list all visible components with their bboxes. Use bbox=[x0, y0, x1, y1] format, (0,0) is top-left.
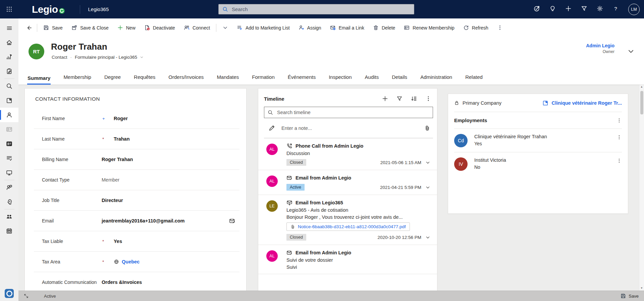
sidebar-item[interactable] bbox=[0, 64, 18, 79]
vertical-scrollbar[interactable]: ▲ ▼ bbox=[639, 85, 644, 291]
note-input[interactable] bbox=[281, 125, 424, 131]
topbar-action-button[interactable] bbox=[549, 5, 556, 13]
field-value[interactable]: Yes bbox=[114, 239, 122, 244]
field-value[interactable]: Roger bbox=[114, 116, 128, 121]
command-button[interactable] bbox=[493, 22, 507, 34]
tab-item[interactable]: Degree bbox=[104, 74, 121, 85]
timeline-toolbar-button[interactable] bbox=[425, 96, 431, 102]
scrollbar-thumb[interactable] bbox=[640, 91, 643, 114]
tab-item[interactable]: Audits bbox=[365, 74, 379, 85]
tab-item[interactable]: Événements bbox=[287, 74, 316, 85]
sidebar-item[interactable]: ? bbox=[0, 180, 18, 195]
field-value[interactable]: Directeur bbox=[102, 198, 123, 203]
form-field-row[interactable]: Tax Liable * Yes bbox=[34, 231, 239, 252]
expand-form-button[interactable] bbox=[24, 294, 29, 298]
sidebar-item[interactable] bbox=[0, 50, 18, 64]
primary-company-link[interactable]: Clinique vétérinaire Roger Tr... bbox=[551, 100, 622, 106]
timeline-search-input[interactable] bbox=[276, 109, 429, 115]
form-field-row[interactable]: Job Title Directeur bbox=[34, 190, 239, 211]
tab-item[interactable]: Inspection bbox=[328, 74, 352, 85]
command-button[interactable]: New bbox=[113, 22, 140, 34]
topbar-action-button[interactable] bbox=[534, 5, 540, 13]
scroll-down-arrow[interactable]: ▼ bbox=[640, 287, 643, 290]
topbar-action-button[interactable] bbox=[581, 5, 587, 13]
tab-item[interactable]: Summary bbox=[27, 75, 51, 85]
timeline-entry[interactable]: LE Email from Legio365 Legio365 - Avis d… bbox=[258, 195, 437, 245]
scroll-up-arrow[interactable]: ▲ bbox=[640, 86, 643, 88]
timeline-toolbar-button[interactable] bbox=[411, 96, 417, 102]
employment-item[interactable]: Cd Clinique vétérinaire Roger Trahan Yes bbox=[454, 129, 622, 152]
sidebar-item[interactable] bbox=[0, 122, 18, 137]
timeline-search[interactable] bbox=[264, 107, 433, 118]
form-field-row[interactable]: Contact Type Member bbox=[34, 170, 239, 190]
form-field-row[interactable]: Last Name * Trahan bbox=[34, 129, 239, 149]
sidebar-item[interactable] bbox=[0, 93, 18, 108]
owner-name[interactable]: Admin Legio bbox=[586, 43, 614, 48]
command-button[interactable]: Save bbox=[39, 22, 67, 34]
field-value[interactable]: jeantremblay2016a+110@gmail.com bbox=[102, 218, 185, 223]
timeline-entry[interactable]: AL Email from Admin Legio Active bbox=[258, 170, 437, 195]
topbar-action-button[interactable]: ? bbox=[612, 5, 619, 13]
sidebar-item[interactable] bbox=[0, 108, 18, 122]
command-button[interactable]: Delete bbox=[369, 22, 399, 34]
topbar-action-button[interactable] bbox=[565, 5, 572, 13]
command-button[interactable]: Add to Marketing List bbox=[232, 22, 294, 34]
app-launcher-waffle-icon[interactable] bbox=[0, 0, 18, 18]
timeline-toolbar-button[interactable] bbox=[396, 96, 402, 102]
tab-item[interactable]: Details bbox=[391, 74, 408, 85]
command-button[interactable]: Assign bbox=[294, 22, 326, 34]
timeline-toolbar-button[interactable] bbox=[382, 96, 388, 102]
envelope-send-icon[interactable] bbox=[229, 218, 235, 224]
command-button[interactable]: Refresh bbox=[459, 22, 493, 34]
attach-file-button[interactable] bbox=[424, 125, 430, 131]
sidebar-item[interactable] bbox=[0, 79, 18, 93]
global-search[interactable] bbox=[218, 4, 414, 14]
sidebar-item[interactable] bbox=[0, 137, 18, 151]
app-tile[interactable] bbox=[5, 289, 14, 298]
command-button[interactable]: Renew Membership bbox=[399, 22, 459, 34]
user-avatar[interactable]: LM bbox=[628, 4, 640, 15]
sidebar-item[interactable] bbox=[0, 224, 18, 238]
attachment-chip[interactable]: Notice-6baab38b-d312-eb11-a812-000d3a0c0… bbox=[286, 222, 410, 231]
command-button[interactable] bbox=[218, 22, 232, 34]
tab-item[interactable]: Administration bbox=[420, 74, 452, 85]
note-composer[interactable] bbox=[264, 118, 433, 138]
command-button[interactable]: Email a Link bbox=[326, 22, 369, 34]
footer-save-button[interactable]: Save bbox=[621, 293, 639, 299]
collapse-header-chevron[interactable] bbox=[627, 48, 635, 55]
employment-menu-button[interactable] bbox=[616, 158, 622, 163]
form-field-row[interactable]: Billing Name Roger Trahan bbox=[34, 149, 239, 170]
field-value[interactable]: Orders &Invoices bbox=[102, 280, 142, 285]
sidebar-item[interactable] bbox=[0, 209, 18, 224]
tab-item[interactable]: Related bbox=[465, 74, 483, 85]
field-value[interactable]: Trahan bbox=[114, 136, 130, 142]
expand-entry-chevron[interactable] bbox=[425, 160, 430, 165]
field-value[interactable]: Roger Trahan bbox=[102, 157, 133, 162]
form-selector[interactable]: Formulaire principal - Legio365 bbox=[75, 55, 144, 60]
owner-field[interactable]: Admin Legio Owner bbox=[586, 43, 614, 54]
sidebar-item[interactable] bbox=[0, 165, 18, 180]
expand-entry-chevron[interactable] bbox=[425, 235, 430, 240]
command-button[interactable]: Save & Close bbox=[67, 22, 113, 34]
timeline-entry[interactable]: AL Email from Admin Legio Suivi de votre… bbox=[258, 245, 437, 274]
field-value[interactable]: Member bbox=[102, 177, 119, 183]
sidebar-item[interactable] bbox=[0, 35, 18, 50]
employments-menu-button[interactable] bbox=[616, 118, 622, 123]
tab-item[interactable]: Mandates bbox=[216, 74, 239, 85]
tab-item[interactable]: Formation bbox=[252, 74, 275, 85]
tab-item[interactable]: Requêtes bbox=[133, 74, 156, 85]
form-field-row[interactable]: Email jeantremblay2016a+110@gmail.com bbox=[34, 211, 239, 231]
global-search-input[interactable] bbox=[231, 6, 410, 12]
tab-item[interactable]: Membership bbox=[63, 74, 92, 85]
form-field-row[interactable]: Tax Area * Quebec bbox=[34, 252, 239, 272]
topbar-action-button[interactable] bbox=[597, 5, 603, 13]
command-button[interactable]: Deactivate bbox=[140, 22, 179, 34]
sitemap-menu-button[interactable] bbox=[0, 21, 18, 35]
employment-menu-button[interactable] bbox=[616, 135, 622, 140]
sidebar-item[interactable] bbox=[0, 151, 18, 165]
form-field-row[interactable]: First Name + Roger bbox=[34, 108, 239, 129]
command-button[interactable]: Connect bbox=[179, 22, 214, 34]
employment-item[interactable]: IV Institut Victoria No bbox=[454, 152, 622, 175]
field-value[interactable]: Quebec bbox=[122, 259, 140, 264]
timeline-entry[interactable]: AL Phone Call from Admin Legio Discussio… bbox=[258, 138, 437, 170]
